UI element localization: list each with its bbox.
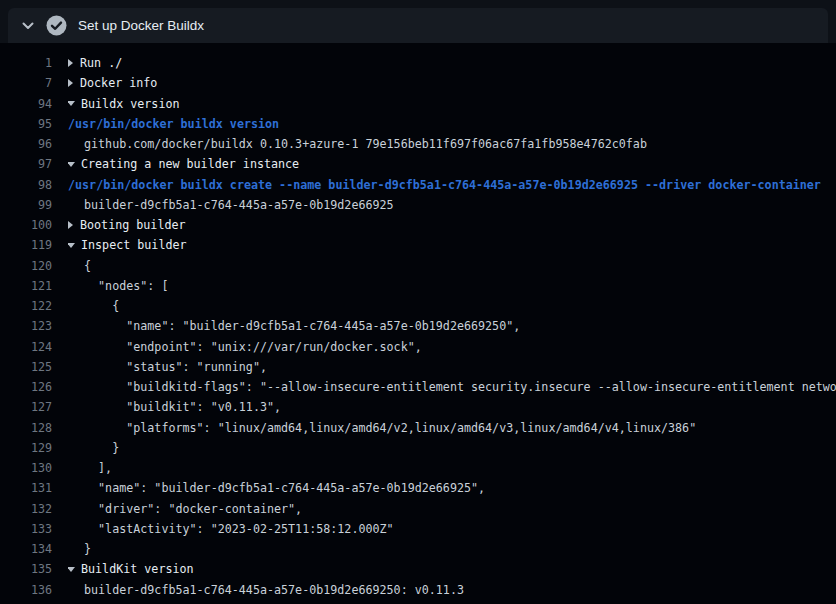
log-text: "buildkit": "v0.11.3", <box>84 400 281 414</box>
step-header[interactable]: Set up Docker Buildx <box>8 8 828 43</box>
log-text: "endpoint": "unix:///var/run/docker.sock… <box>84 340 422 354</box>
log-group-header[interactable]: Buildx version <box>68 97 836 111</box>
log-line: 123 "name": "builder-d9cfb5a1-c764-445a-… <box>0 316 836 336</box>
log-line: 100Booting builder <box>0 215 836 235</box>
log-line: 133 "lastActivity": "2023-02-25T11:58:12… <box>0 519 836 539</box>
line-number[interactable]: 128 <box>0 421 52 435</box>
triangle-down-icon <box>68 162 75 167</box>
log-group-header[interactable]: Run ./ <box>68 56 836 70</box>
log-text: builder-d9cfb5a1-c764-445a-a57e-0b19d2e6… <box>84 583 464 597</box>
log-output-line: github.com/docker/buildx 0.10.3+azure-1 … <box>68 137 836 151</box>
log-line: 132 "driver": "docker-container", <box>0 499 836 519</box>
log-line: 126 "buildkitd-flags": "--allow-insecure… <box>0 377 836 397</box>
line-number[interactable]: 134 <box>0 542 52 556</box>
line-number[interactable]: 126 <box>0 380 52 394</box>
log-text: /usr/bin/docker buildx create --name bui… <box>68 178 821 192</box>
triangle-right-icon <box>68 79 73 87</box>
log-output-line: } <box>68 542 836 556</box>
line-number[interactable]: 132 <box>0 502 52 516</box>
log-output-line: "platforms": "linux/amd64,linux/amd64/v2… <box>68 421 836 435</box>
line-number[interactable]: 97 <box>0 157 52 171</box>
log-text: "driver": "docker-container", <box>84 502 302 516</box>
log-line: 129 } <box>0 438 836 458</box>
line-number[interactable]: 135 <box>0 562 52 576</box>
log-container: 1Run ./7Docker info94Buildx version95/us… <box>0 43 836 604</box>
chevron-down-icon <box>20 18 36 34</box>
log-text: /usr/bin/docker buildx version <box>68 117 279 131</box>
line-number[interactable]: 99 <box>0 198 52 212</box>
line-number[interactable]: 122 <box>0 299 52 313</box>
line-number[interactable]: 136 <box>0 583 52 597</box>
log-output-line: "name": "builder-d9cfb5a1-c764-445a-a57e… <box>68 481 836 495</box>
triangle-right-icon <box>68 221 73 229</box>
log-output-line: { <box>68 299 836 313</box>
line-number[interactable]: 1 <box>0 56 52 70</box>
log-text: "name": "builder-d9cfb5a1-c764-445a-a57e… <box>84 319 520 333</box>
log-line: 99builder-d9cfb5a1-c764-445a-a57e-0b19d2… <box>0 195 836 215</box>
check-circle-icon <box>46 15 67 36</box>
line-number[interactable]: 100 <box>0 218 52 232</box>
log-output-line: "lastActivity": "2023-02-25T11:58:12.000… <box>68 522 836 536</box>
log-text: Inspect builder <box>81 238 187 252</box>
log-output-line: } <box>68 441 836 455</box>
line-number[interactable]: 130 <box>0 461 52 475</box>
line-number[interactable]: 7 <box>0 76 52 90</box>
log-text: "lastActivity": "2023-02-25T11:58:12.000… <box>84 522 394 536</box>
line-number[interactable]: 119 <box>0 238 52 252</box>
log-text: Docker info <box>80 76 157 90</box>
log-output-line: "driver": "docker-container", <box>68 502 836 516</box>
log-line: 7Docker info <box>0 73 836 93</box>
line-number[interactable]: 124 <box>0 340 52 354</box>
log-line: 98/usr/bin/docker buildx create --name b… <box>0 175 836 195</box>
line-number[interactable]: 123 <box>0 319 52 333</box>
line-number[interactable]: 96 <box>0 137 52 151</box>
log-text: } <box>84 441 119 455</box>
line-number[interactable]: 121 <box>0 279 52 293</box>
log-output-line: "status": "running", <box>68 360 836 374</box>
log-line: 125 "status": "running", <box>0 357 836 377</box>
log-output-line: "buildkitd-flags": "--allow-insecure-ent… <box>68 380 836 394</box>
log-text: Run ./ <box>80 56 122 70</box>
log-line: 134} <box>0 539 836 559</box>
log-line: 124 "endpoint": "unix:///var/run/docker.… <box>0 337 836 357</box>
log-line: 121 "nodes": [ <box>0 276 836 296</box>
log-group-header[interactable]: BuildKit version <box>68 562 836 576</box>
log-group-header[interactable]: Inspect builder <box>68 238 836 252</box>
log-group-header[interactable]: Docker info <box>68 76 836 90</box>
log-text: "status": "running", <box>84 360 267 374</box>
step-title: Set up Docker Buildx <box>78 8 204 43</box>
log-line: 96github.com/docker/buildx 0.10.3+azure-… <box>0 134 836 154</box>
line-number[interactable]: 125 <box>0 360 52 374</box>
collapse-step-button[interactable] <box>16 14 40 38</box>
triangle-down-icon <box>68 567 75 572</box>
log-text: "platforms": "linux/amd64,linux/amd64/v2… <box>84 421 696 435</box>
log-line: 120{ <box>0 256 836 276</box>
line-number[interactable]: 133 <box>0 522 52 536</box>
log-line: 130 ], <box>0 458 836 478</box>
log-text: Creating a new builder instance <box>81 157 299 171</box>
line-number[interactable]: 95 <box>0 117 52 131</box>
log-text: "name": "builder-d9cfb5a1-c764-445a-a57e… <box>84 481 485 495</box>
line-number[interactable]: 94 <box>0 97 52 111</box>
log-line: 95/usr/bin/docker buildx version <box>0 114 836 134</box>
line-number[interactable]: 98 <box>0 178 52 192</box>
log-output-line: ], <box>68 461 836 475</box>
line-number[interactable]: 127 <box>0 400 52 414</box>
log-line: 94Buildx version <box>0 94 836 114</box>
line-number[interactable]: 120 <box>0 259 52 273</box>
triangle-down-icon <box>68 243 75 248</box>
log-line: 122 { <box>0 296 836 316</box>
log-line: 97Creating a new builder instance <box>0 154 836 174</box>
log-text: "buildkitd-flags": "--allow-insecure-ent… <box>84 380 836 394</box>
log-group-header[interactable]: Creating a new builder instance <box>68 157 836 171</box>
log-text: builder-d9cfb5a1-c764-445a-a57e-0b19d2e6… <box>84 198 394 212</box>
line-number[interactable]: 131 <box>0 481 52 495</box>
log-command-line: /usr/bin/docker buildx version <box>68 117 836 131</box>
line-number[interactable]: 129 <box>0 441 52 455</box>
log-line: 128 "platforms": "linux/amd64,linux/amd6… <box>0 418 836 438</box>
triangle-down-icon <box>68 101 75 106</box>
log-command-line: /usr/bin/docker buildx create --name bui… <box>68 178 836 192</box>
log-output-line: "name": "builder-d9cfb5a1-c764-445a-a57e… <box>68 319 836 333</box>
log-group-header[interactable]: Booting builder <box>68 218 836 232</box>
log-line: 127 "buildkit": "v0.11.3", <box>0 397 836 417</box>
